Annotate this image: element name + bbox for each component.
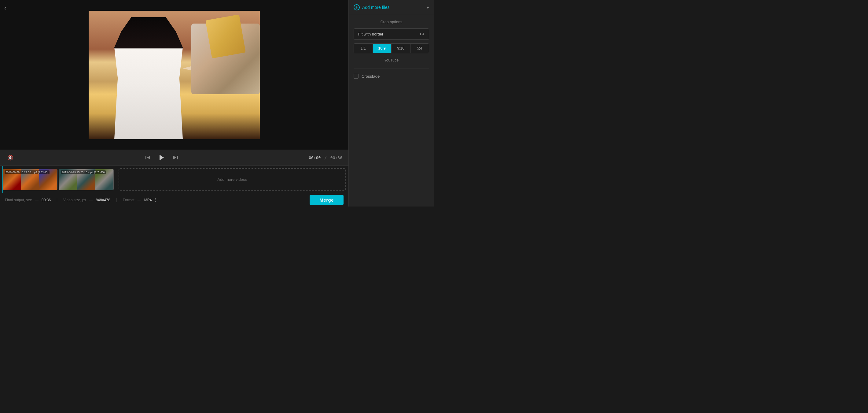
right-header: + Add more files ▾ [349,0,434,15]
add-videos-zone[interactable]: Add more videos [119,168,346,190]
left-panel: ‹ 🔇 [0,0,348,206]
crossfade-row: Crossfade [353,74,429,79]
video-area [0,0,348,150]
ratio-5-4-button[interactable]: 5:4 [410,44,429,53]
timeline: 2019-06-29 15.22.53.mp4 (2.7 MB) 2019-06… [0,166,348,193]
chevron-button[interactable]: ▾ [427,5,429,10]
output-value: 00:36 [41,198,51,202]
next-icon [173,155,178,160]
output-label: Final output, sec [5,198,32,202]
svg-rect-0 [146,156,146,159]
bottom-bar: Final output, sec — 00:36 Video size, px… [0,193,348,206]
add-videos-label: Add more videos [217,177,247,182]
clip-1-label: 2019-06-29 15.22.53.mp4 (2.7 MB) [5,170,50,174]
divider [353,68,429,69]
back-button[interactable]: ‹ [4,4,6,11]
mute-icon: 🔇 [7,155,13,160]
time-total: 00:36 [331,155,342,160]
size-label: Video size, px [63,198,86,202]
format-label: Format [123,198,134,202]
size-value: 848×478 [96,198,110,202]
next-button[interactable] [172,154,179,161]
controls-bar: 🔇 [0,150,348,166]
crossfade-checkbox[interactable] [353,74,359,79]
plus-icon: + [355,5,358,10]
play-button[interactable] [157,153,166,163]
ratio-9-16-button[interactable]: 9:16 [392,44,410,53]
mute-button[interactable]: 🔇 [6,154,15,162]
merge-button[interactable]: Merge [310,195,344,205]
chevron-down-icon: ▾ [427,5,429,10]
svg-marker-2 [159,155,164,160]
video-clip-2[interactable]: 2019-06-29 15.23.13.mp4 (2.7 MB) [59,169,114,190]
svg-marker-1 [147,156,150,159]
size-item: Video size, px — 848×478 [57,198,117,202]
crossfade-label: Crossfade [362,74,380,79]
timeline-playhead [2,166,3,193]
format-value: MP4 [144,198,152,202]
right-content: Crop options Fit with border ⬆⬇ Fit with… [349,15,434,206]
time-display: 00:00 / 00:36 [309,155,342,160]
prev-icon [145,155,151,160]
svg-rect-3 [177,156,178,159]
video-scene [89,11,260,139]
add-files-label: Add more files [362,5,390,10]
youtube-label: YouTube [353,58,429,62]
svg-marker-4 [173,156,176,159]
app-container: ‹ 🔇 [0,0,434,206]
format-spinner: ▲ ▼ [154,197,156,203]
ratio-buttons: 1:1 16:9 9:16 5:4 [353,43,429,53]
time-separator: / [324,155,329,160]
clip-2-label: 2019-06-29 15.23.13.mp4 (2.7 MB) [61,170,106,174]
video-clip-1[interactable]: 2019-06-29 15.22.53.mp4 (2.7 MB) [2,169,58,190]
prev-button[interactable] [144,154,152,161]
format-select[interactable]: MP4 ▲ ▼ [144,197,157,203]
right-panel: + Add more files ▾ Crop options Fit with… [348,0,434,206]
ratio-1-1-button[interactable]: 1:1 [354,44,373,53]
output-item: Final output, sec — 00:36 [5,198,57,202]
add-files-button[interactable]: + Add more files [353,4,390,10]
video-frame [89,11,260,139]
format-item: Format — MP4 ▲ ▼ [117,197,163,203]
time-current: 00:00 [309,155,320,160]
back-icon: ‹ [4,4,6,11]
ratio-16-9-button[interactable]: 16:9 [373,44,392,53]
play-icon [158,154,165,161]
crop-dropdown-wrapper[interactable]: Fit with border ⬆⬇ Fit with border Crop … [353,28,429,40]
timeline-track: 2019-06-29 15.22.53.mp4 (2.7 MB) 2019-06… [0,166,116,193]
add-files-icon: + [353,4,360,10]
crop-options-label: Crop options [353,20,429,24]
